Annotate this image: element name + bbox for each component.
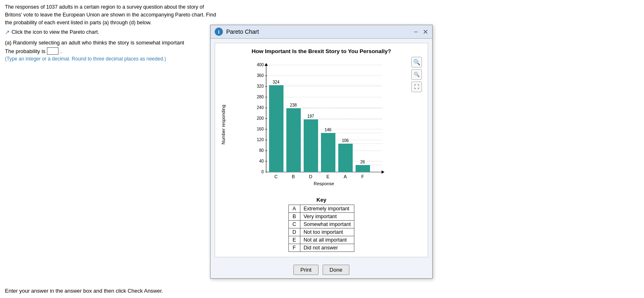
period: . (60, 48, 62, 54)
svg-text:160: 160 (257, 127, 264, 131)
key-description: Extremely important (300, 205, 354, 213)
info-icon: i (215, 28, 223, 36)
key-row: ENot at all important (288, 236, 354, 244)
svg-text:40: 40 (259, 159, 264, 163)
chart-title: How Important Is the Brexit Story to You… (221, 48, 422, 54)
svg-text:324: 324 (273, 80, 280, 84)
key-row: BVery important (288, 213, 354, 221)
svg-text:238: 238 (290, 103, 297, 107)
probability-prefix: The probability is (5, 48, 45, 54)
bottom-text: Enter your answer in the answer box and … (5, 288, 163, 294)
click-instruction: Click the icon to view the Pareto chart. (12, 29, 99, 35)
svg-text:D: D (309, 174, 312, 179)
bar-C (269, 85, 283, 172)
minimize-button[interactable]: – (414, 28, 418, 35)
svg-text:F: F (361, 174, 364, 179)
svg-text:280: 280 (257, 95, 264, 99)
key-letter: F (288, 244, 300, 252)
key-description: Not too important (300, 228, 354, 236)
panel-header: i Pareto Chart – ✕ (211, 25, 432, 39)
key-description: Somewhat important (300, 221, 354, 228)
svg-text:B: B (292, 174, 295, 179)
bar-E (321, 133, 335, 172)
svg-text:320: 320 (257, 84, 264, 88)
key-title: Key (221, 197, 422, 203)
key-table: AExtremely importantBVery importantCSome… (288, 205, 355, 252)
bar-chart-svg: 0 40 80 120 160 (246, 57, 403, 193)
pareto-panel: i Pareto Chart – ✕ How Important Is the … (210, 25, 433, 279)
zoom-out-button[interactable]: 🔍 (411, 69, 422, 80)
svg-text:A: A (344, 174, 347, 179)
svg-text:360: 360 (257, 73, 264, 78)
svg-text:E: E (326, 174, 329, 179)
bar-D (304, 119, 318, 172)
svg-text:26: 26 (360, 160, 365, 164)
key-row: DNot too important (288, 228, 354, 236)
panel-title: Pareto Chart (226, 28, 259, 35)
svg-text:120: 120 (257, 137, 264, 142)
panel-body: How Important Is the Brexit Story to You… (215, 43, 428, 257)
page: The responses of 1037 adults in a certai… (0, 0, 644, 298)
y-axis-label: Number responding (221, 57, 226, 193)
bar-B (286, 108, 301, 172)
key-letter: A (288, 205, 300, 213)
zoom-controls: 🔍 🔍 ⛶ (411, 57, 422, 92)
bar-A (338, 144, 353, 172)
key-section: Key AExtremely importantBVery importantC… (221, 197, 422, 252)
key-description: Not at all important (300, 236, 354, 244)
zoom-in-button[interactable]: 🔍 (411, 57, 422, 68)
key-row: FDid not answer (288, 244, 354, 252)
key-row: CSomewhat important (288, 221, 354, 228)
svg-text:200: 200 (257, 116, 264, 121)
svg-text:80: 80 (259, 148, 264, 153)
key-description: Very important (300, 213, 354, 221)
panel-header-controls: – ✕ (414, 28, 428, 36)
svg-text:C: C (274, 174, 278, 179)
key-letter: E (288, 236, 300, 244)
probability-input[interactable] (47, 47, 59, 55)
key-letter: B (288, 213, 300, 221)
svg-text:197: 197 (307, 114, 314, 119)
panel-header-left: i Pareto Chart (215, 28, 259, 36)
print-button[interactable]: Print (293, 265, 318, 275)
svg-text:0: 0 (261, 170, 264, 174)
chart-icon[interactable]: ↗ (5, 29, 10, 35)
bar-F (356, 165, 370, 172)
key-row: AExtremely important (288, 205, 354, 213)
svg-text:Response: Response (314, 181, 334, 186)
svg-text:146: 146 (325, 128, 332, 132)
key-letter: D (288, 228, 300, 236)
key-description: Did not answer (300, 244, 354, 252)
done-button[interactable]: Done (323, 265, 349, 275)
key-letter: C (288, 221, 300, 228)
close-button[interactable]: ✕ (423, 28, 428, 36)
chart-container: How Important Is the Brexit Story to You… (221, 48, 422, 193)
svg-marker-2 (265, 63, 268, 66)
svg-text:106: 106 (342, 138, 349, 143)
svg-text:400: 400 (257, 63, 264, 67)
zoom-expand-button[interactable]: ⛶ (411, 81, 422, 92)
panel-footer: Print Done (211, 261, 432, 278)
svg-text:240: 240 (257, 105, 264, 110)
question-text: The responses of 1037 adults in a certai… (5, 3, 219, 26)
